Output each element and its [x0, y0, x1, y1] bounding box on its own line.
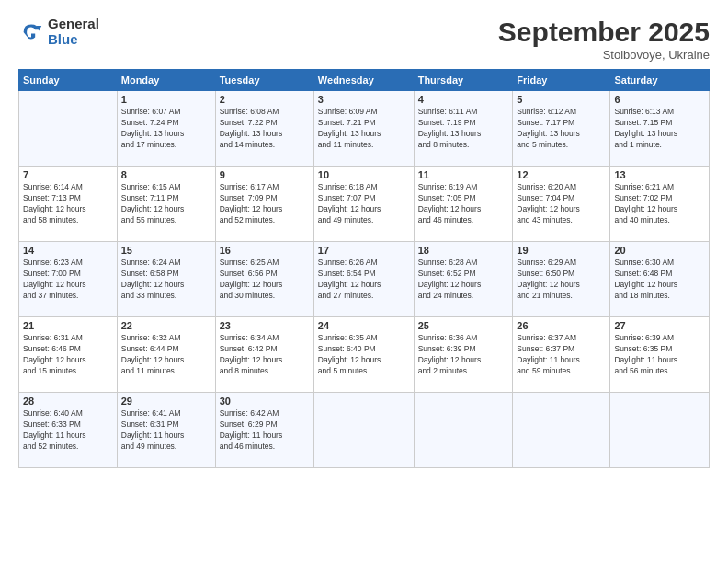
table-row [313, 393, 414, 468]
day-number: 17 [318, 245, 410, 256]
table-row: 11Sunrise: 6:19 AM Sunset: 7:05 PM Dayli… [414, 167, 513, 242]
day-info: Sunrise: 6:32 AM Sunset: 6:44 PM Dayligh… [121, 333, 211, 377]
day-number: 14 [23, 245, 113, 256]
table-row: 19Sunrise: 6:29 AM Sunset: 6:50 PM Dayli… [513, 242, 610, 317]
day-number: 15 [121, 245, 211, 256]
day-number: 9 [220, 169, 310, 180]
day-info: Sunrise: 6:19 AM Sunset: 7:05 PM Dayligh… [418, 182, 509, 226]
calendar-table: Sunday Monday Tuesday Wednesday Thursday… [18, 69, 710, 468]
day-number: 30 [220, 396, 310, 407]
day-info: Sunrise: 6:28 AM Sunset: 6:52 PM Dayligh… [418, 258, 509, 302]
day-number: 25 [418, 320, 509, 331]
table-row: 17Sunrise: 6:26 AM Sunset: 6:54 PM Dayli… [313, 242, 414, 317]
table-row: 1Sunrise: 6:07 AM Sunset: 7:24 PM Daylig… [117, 91, 215, 167]
table-row: 9Sunrise: 6:17 AM Sunset: 7:09 PM Daylig… [215, 167, 313, 242]
day-number: 13 [614, 169, 705, 180]
col-tuesday: Tuesday [215, 70, 313, 91]
table-row: 28Sunrise: 6:40 AM Sunset: 6:33 PM Dayli… [19, 393, 118, 468]
day-info: Sunrise: 6:37 AM Sunset: 6:37 PM Dayligh… [517, 333, 606, 377]
day-info: Sunrise: 6:40 AM Sunset: 6:33 PM Dayligh… [23, 408, 113, 453]
day-info: Sunrise: 6:12 AM Sunset: 7:17 PM Dayligh… [517, 107, 606, 151]
day-info: Sunrise: 6:09 AM Sunset: 7:21 PM Dayligh… [318, 107, 410, 151]
day-number: 6 [614, 94, 705, 105]
table-row: 21Sunrise: 6:31 AM Sunset: 6:46 PM Dayli… [19, 317, 118, 393]
table-row: 14Sunrise: 6:23 AM Sunset: 7:00 PM Dayli… [19, 242, 118, 317]
table-row: 16Sunrise: 6:25 AM Sunset: 6:56 PM Dayli… [215, 242, 313, 317]
day-info: Sunrise: 6:41 AM Sunset: 6:31 PM Dayligh… [121, 408, 211, 453]
header: General Blue September 2025 Stolbovoye, … [18, 17, 710, 62]
title-block: September 2025 Stolbovoye, Ukraine [498, 17, 710, 62]
table-row: 20Sunrise: 6:30 AM Sunset: 6:48 PM Dayli… [610, 242, 710, 317]
day-number: 28 [23, 396, 113, 407]
table-row: 27Sunrise: 6:39 AM Sunset: 6:35 PM Dayli… [610, 317, 710, 393]
day-info: Sunrise: 6:17 AM Sunset: 7:09 PM Dayligh… [220, 182, 310, 226]
day-number: 16 [220, 245, 310, 256]
day-info: Sunrise: 6:07 AM Sunset: 7:24 PM Dayligh… [121, 107, 211, 151]
table-row: 4Sunrise: 6:11 AM Sunset: 7:19 PM Daylig… [414, 91, 513, 167]
table-row: 10Sunrise: 6:18 AM Sunset: 7:07 PM Dayli… [313, 167, 414, 242]
table-row: 5Sunrise: 6:12 AM Sunset: 7:17 PM Daylig… [513, 91, 610, 167]
day-number: 4 [418, 94, 509, 105]
day-info: Sunrise: 6:26 AM Sunset: 6:54 PM Dayligh… [318, 258, 410, 302]
table-row: 6Sunrise: 6:13 AM Sunset: 7:15 PM Daylig… [610, 91, 710, 167]
day-info: Sunrise: 6:15 AM Sunset: 7:11 PM Dayligh… [121, 182, 211, 226]
table-row: 2Sunrise: 6:08 AM Sunset: 7:22 PM Daylig… [215, 91, 313, 167]
day-info: Sunrise: 6:39 AM Sunset: 6:35 PM Dayligh… [614, 333, 705, 377]
logo-text: General Blue [48, 17, 99, 47]
calendar-header-row: Sunday Monday Tuesday Wednesday Thursday… [19, 70, 710, 91]
table-row: 30Sunrise: 6:42 AM Sunset: 6:29 PM Dayli… [215, 393, 313, 468]
day-number: 22 [121, 320, 211, 331]
location: Stolbovoye, Ukraine [498, 48, 710, 62]
table-row: 12Sunrise: 6:20 AM Sunset: 7:04 PM Dayli… [513, 167, 610, 242]
day-number: 21 [23, 320, 113, 331]
calendar-week-2: 7Sunrise: 6:14 AM Sunset: 7:13 PM Daylig… [19, 167, 710, 242]
day-number: 10 [318, 169, 410, 180]
day-info: Sunrise: 6:18 AM Sunset: 7:07 PM Dayligh… [318, 182, 410, 226]
day-info: Sunrise: 6:24 AM Sunset: 6:58 PM Dayligh… [121, 258, 211, 302]
table-row: 8Sunrise: 6:15 AM Sunset: 7:11 PM Daylig… [117, 167, 215, 242]
day-info: Sunrise: 6:21 AM Sunset: 7:02 PM Dayligh… [614, 182, 705, 226]
table-row: 13Sunrise: 6:21 AM Sunset: 7:02 PM Dayli… [610, 167, 710, 242]
day-info: Sunrise: 6:23 AM Sunset: 7:00 PM Dayligh… [23, 258, 113, 302]
calendar-week-3: 14Sunrise: 6:23 AM Sunset: 7:00 PM Dayli… [19, 242, 710, 317]
table-row [610, 393, 710, 468]
day-number: 1 [121, 94, 211, 105]
logo-icon [18, 19, 44, 45]
day-number: 2 [220, 94, 310, 105]
day-info: Sunrise: 6:30 AM Sunset: 6:48 PM Dayligh… [614, 258, 705, 302]
day-number: 3 [318, 94, 410, 105]
day-number: 7 [23, 169, 113, 180]
day-info: Sunrise: 6:20 AM Sunset: 7:04 PM Dayligh… [517, 182, 606, 226]
table-row: 7Sunrise: 6:14 AM Sunset: 7:13 PM Daylig… [19, 167, 118, 242]
day-number: 20 [614, 245, 705, 256]
day-info: Sunrise: 6:11 AM Sunset: 7:19 PM Dayligh… [418, 107, 509, 151]
col-saturday: Saturday [610, 70, 710, 91]
col-wednesday: Wednesday [313, 70, 414, 91]
day-number: 5 [517, 94, 606, 105]
day-info: Sunrise: 6:14 AM Sunset: 7:13 PM Dayligh… [23, 182, 113, 226]
table-row: 18Sunrise: 6:28 AM Sunset: 6:52 PM Dayli… [414, 242, 513, 317]
day-number: 27 [614, 320, 705, 331]
day-info: Sunrise: 6:36 AM Sunset: 6:39 PM Dayligh… [418, 333, 509, 377]
day-number: 19 [517, 245, 606, 256]
day-number: 23 [220, 320, 310, 331]
day-info: Sunrise: 6:25 AM Sunset: 6:56 PM Dayligh… [220, 258, 310, 302]
month-title: September 2025 [498, 17, 710, 48]
day-info: Sunrise: 6:42 AM Sunset: 6:29 PM Dayligh… [220, 408, 310, 453]
table-row: 23Sunrise: 6:34 AM Sunset: 6:42 PM Dayli… [215, 317, 313, 393]
logo-blue-text: Blue [48, 32, 99, 48]
table-row [513, 393, 610, 468]
col-monday: Monday [117, 70, 215, 91]
day-info: Sunrise: 6:08 AM Sunset: 7:22 PM Dayligh… [220, 107, 310, 151]
day-number: 11 [418, 169, 509, 180]
table-row: 29Sunrise: 6:41 AM Sunset: 6:31 PM Dayli… [117, 393, 215, 468]
day-info: Sunrise: 6:35 AM Sunset: 6:40 PM Dayligh… [318, 333, 410, 377]
col-thursday: Thursday [414, 70, 513, 91]
calendar-week-1: 1Sunrise: 6:07 AM Sunset: 7:24 PM Daylig… [19, 91, 710, 167]
day-info: Sunrise: 6:29 AM Sunset: 6:50 PM Dayligh… [517, 258, 606, 302]
table-row: 24Sunrise: 6:35 AM Sunset: 6:40 PM Dayli… [313, 317, 414, 393]
table-row [414, 393, 513, 468]
day-info: Sunrise: 6:31 AM Sunset: 6:46 PM Dayligh… [23, 333, 113, 377]
day-number: 24 [318, 320, 410, 331]
table-row: 3Sunrise: 6:09 AM Sunset: 7:21 PM Daylig… [313, 91, 414, 167]
